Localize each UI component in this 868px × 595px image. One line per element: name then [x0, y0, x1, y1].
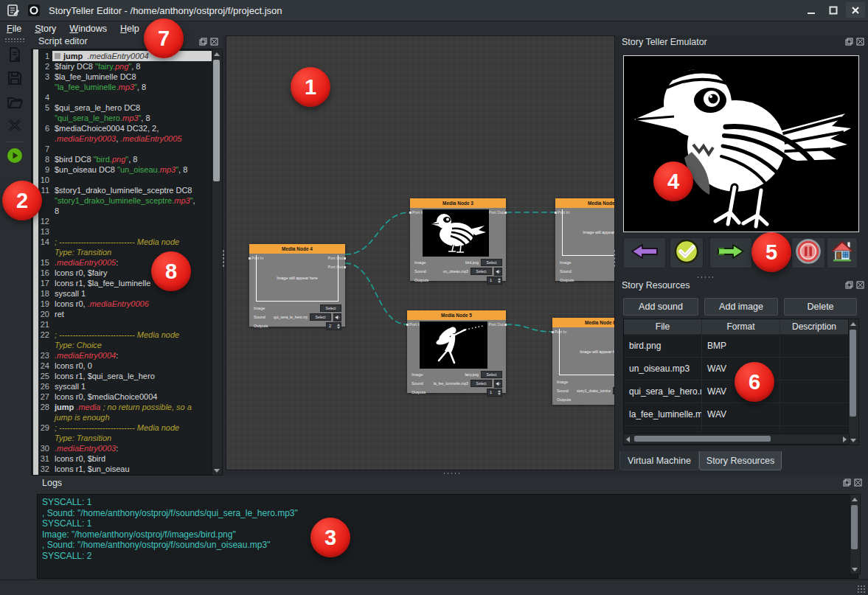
add-sound-button[interactable]: Add sound: [623, 298, 698, 316]
menu-help[interactable]: Help: [114, 23, 146, 35]
select-sound-button[interactable]: Select: [471, 268, 492, 275]
code-line[interactable]: 8: [32, 206, 212, 216]
port-in-dot[interactable]: [555, 212, 557, 214]
table-row[interactable]: la_fee_luminelle.mp3WAV: [624, 403, 849, 426]
node-title[interactable]: Media Node 5: [407, 310, 506, 320]
run-button[interactable]: [0, 145, 29, 169]
float-panel-icon[interactable]: [843, 479, 851, 487]
ok-button[interactable]: [670, 237, 704, 268]
story-node-canvas[interactable]: Media Node 4Port InPort OutPort OutImage…: [226, 35, 615, 470]
port-in-dot[interactable]: [406, 324, 409, 326]
outputs-spinbox[interactable]: 1: [487, 389, 502, 397]
column-header-file[interactable]: File: [624, 319, 702, 334]
scroll-down-icon[interactable]: [212, 466, 221, 475]
code-line[interactable]: 5$qui_sera_le_hero DC8: [32, 102, 212, 113]
code-line[interactable]: 23.mediaEntry0004:: [32, 350, 212, 361]
speaker-icon[interactable]: [333, 313, 341, 321]
table-vertical-scrollbar[interactable]: [848, 319, 859, 445]
port-out-dot[interactable]: [344, 266, 346, 268]
table-hscroll-thumb[interactable]: [634, 436, 771, 442]
port-out-label[interactable]: Port Out: [489, 210, 504, 215]
close-panel-icon[interactable]: [856, 281, 864, 289]
table-row[interactable]: bird.pngBMP: [624, 335, 849, 358]
table-row[interactable]: fairy.pngBMP: [624, 426, 849, 432]
media-node[interactable]: Media Node 2Port InPort OutImage will ap…: [555, 198, 615, 281]
close-project-button[interactable]: [0, 115, 29, 139]
log-output[interactable]: SYSCALL: 1 , Sound: "/home/anthony/ostpr…: [37, 494, 858, 579]
code-line[interactable]: 3$la_fee_luminelle DC8: [32, 72, 212, 82]
code-line[interactable]: 24lcons r0, 0: [32, 361, 212, 371]
outputs-spinbox[interactable]: 1: [487, 276, 502, 285]
code-line[interactable]: "story1_drako_luminelle_sceptre.mp3",: [32, 195, 212, 206]
select-sound-button[interactable]: Select: [613, 387, 615, 394]
splitter-script-canvas[interactable]: [222, 249, 225, 268]
code-line[interactable]: 7: [32, 144, 212, 154]
minimize-button[interactable]: [802, 2, 821, 18]
add-image-button[interactable]: Add image: [704, 298, 778, 316]
select-image-button[interactable]: Select: [481, 259, 502, 266]
code-line[interactable]: 32lcons r1, $un_oiseau: [32, 464, 212, 474]
code-line[interactable]: 6$mediaChoice0004 DC32, 2,: [32, 123, 212, 133]
float-panel-icon[interactable]: [845, 38, 853, 46]
select-image-button[interactable]: Select: [320, 305, 341, 312]
float-panel-icon[interactable]: [845, 281, 853, 289]
port-in-dot[interactable]: [552, 331, 554, 333]
code-line[interactable]: 13: [32, 226, 212, 237]
code-line[interactable]: 18syscall 1: [32, 288, 212, 299]
resize-grip[interactable]: [857, 585, 866, 594]
media-node[interactable]: Media Node 3Port InPort OutImagebird.png…: [410, 198, 506, 281]
select-sound-button[interactable]: Select: [471, 380, 492, 387]
select-sound-button[interactable]: Select: [310, 313, 331, 321]
menu-story[interactable]: Story: [28, 23, 63, 35]
code-line[interactable]: 28jump .media ; no return possible, so a: [32, 402, 212, 412]
outputs-spinbox[interactable]: 2: [326, 322, 341, 330]
node-title[interactable]: Media Node 4: [249, 244, 345, 254]
save-button[interactable]: [0, 68, 29, 91]
next-button[interactable]: [709, 237, 752, 268]
port-in-dot[interactable]: [409, 212, 412, 214]
code-line[interactable]: 25lcons r1, $qui_sera_le_hero: [32, 371, 212, 381]
code-line[interactable]: Type: Choice: [32, 340, 212, 350]
node-title[interactable]: Media Node 2: [555, 198, 615, 208]
code-line[interactable]: 21: [32, 319, 212, 330]
float-panel-icon[interactable]: [199, 38, 207, 46]
dock-tab-virtual-machine[interactable]: Virtual Machine: [619, 451, 699, 470]
code-line[interactable]: 19lcons r0, .mediaEntry0006: [32, 299, 212, 309]
column-header-description[interactable]: Description: [780, 319, 849, 334]
close-button[interactable]: [846, 2, 865, 18]
port-out-dot[interactable]: [344, 257, 346, 260]
splitter-emulator-resources[interactable]: [696, 276, 715, 279]
code-line[interactable]: 11$story1_drako_luminelle_sceptre DC8: [32, 185, 212, 195]
splitter-canvas-right[interactable]: [613, 249, 616, 268]
code-line[interactable]: 26syscall 1: [32, 381, 212, 392]
dock-tab-story-resources[interactable]: Story Resources: [699, 451, 782, 470]
maximize-button[interactable]: [824, 2, 843, 18]
scroll-left-icon[interactable]: [624, 435, 632, 444]
menu-file[interactable]: File: [0, 23, 28, 35]
scroll-up-icon[interactable]: [212, 49, 221, 58]
code-line[interactable]: .mediaEntry0003, .mediaEntry0005: [32, 133, 212, 144]
code-line[interactable]: 27lcons r0, $mediaChoice0004: [32, 392, 212, 402]
code-line[interactable]: Type: Transition: [32, 247, 212, 257]
column-header-format[interactable]: Format: [702, 319, 780, 334]
close-panel-icon[interactable]: [856, 38, 864, 46]
previous-button[interactable]: [623, 237, 666, 268]
table-horizontal-scrollbar[interactable]: [623, 434, 850, 445]
select-image-button[interactable]: Select: [481, 371, 502, 378]
table-scroll-thumb[interactable]: [850, 330, 856, 417]
code-line[interactable]: 31lcons r0, $bird: [32, 453, 212, 464]
port-out-dot[interactable]: [504, 212, 507, 214]
code-line[interactable]: 10: [32, 175, 212, 185]
new-file-button[interactable]: [0, 44, 29, 68]
scroll-down-icon[interactable]: [849, 436, 857, 445]
scroll-down-icon[interactable]: [850, 565, 858, 574]
close-panel-icon[interactable]: [210, 38, 218, 46]
code-line[interactable]: "qui_sera_le_hero.mp3", 8: [32, 113, 212, 123]
editor-scroll-thumb[interactable]: [213, 60, 220, 181]
logs-scroll-thumb[interactable]: [851, 505, 858, 549]
speaker-icon[interactable]: [494, 380, 502, 388]
code-line[interactable]: 12: [32, 216, 212, 226]
splitter-canvas-logs[interactable]: [442, 472, 462, 475]
scroll-right-icon[interactable]: [841, 435, 849, 444]
scroll-up-icon[interactable]: [850, 495, 858, 504]
